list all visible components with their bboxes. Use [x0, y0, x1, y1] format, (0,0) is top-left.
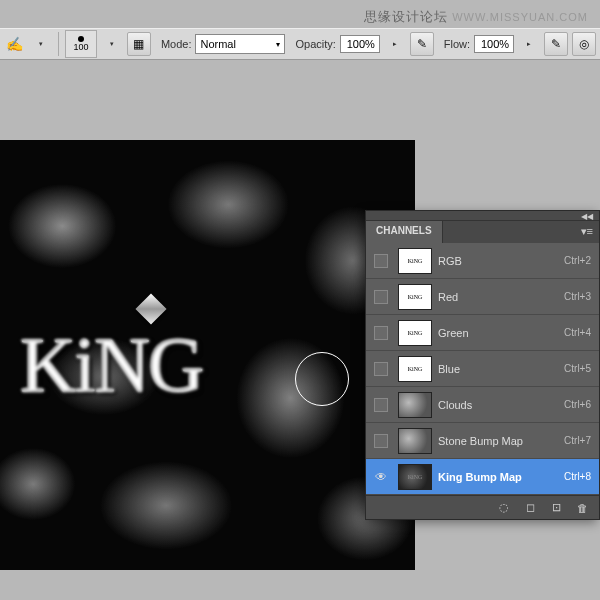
visibility-toggle[interactable] — [370, 434, 392, 448]
channel-shortcut: Ctrl+6 — [564, 399, 591, 410]
save-selection-icon[interactable]: ◻ — [523, 501, 537, 515]
airbrush-icon[interactable]: ✎ — [544, 32, 568, 56]
visibility-toggle[interactable] — [370, 362, 392, 376]
visibility-toggle[interactable] — [370, 398, 392, 412]
opacity-flyout[interactable]: ▸ — [384, 33, 406, 55]
channel-thumbnail: KiNG — [398, 392, 432, 418]
brush-size-value: 100 — [73, 42, 88, 52]
chevron-down-icon: ▾ — [276, 40, 280, 49]
channel-row[interactable]: KiNGStone Bump MapCtrl+7 — [366, 423, 599, 459]
channels-panel: ◀◀ CHANNELS ▾≡ KiNGRGBCtrl+2KiNGRedCtrl+… — [365, 210, 600, 520]
channel-name: Clouds — [438, 399, 564, 411]
eye-empty — [374, 362, 388, 376]
channel-name: RGB — [438, 255, 564, 267]
channel-shortcut: Ctrl+3 — [564, 291, 591, 302]
blend-mode-select[interactable]: Normal ▾ — [195, 34, 285, 54]
flow-input[interactable]: 100% — [474, 35, 514, 53]
panel-menu-icon[interactable]: ▾≡ — [575, 221, 599, 243]
channel-name: Stone Bump Map — [438, 435, 564, 447]
eye-empty — [374, 254, 388, 268]
tablet-opacity-icon[interactable]: ✎ — [410, 32, 434, 56]
king-text-layer: KiNG — [20, 320, 203, 410]
channel-name: Red — [438, 291, 564, 303]
brush-tool-icon[interactable]: ✍ — [4, 33, 26, 55]
channel-name: Blue — [438, 363, 564, 375]
channel-name: Green — [438, 327, 564, 339]
channel-shortcut: Ctrl+7 — [564, 435, 591, 446]
load-selection-icon[interactable]: ◌ — [497, 501, 511, 515]
panel-footer: ◌ ◻ ⊡ 🗑 — [366, 495, 599, 519]
channel-row[interactable]: KiNGGreenCtrl+4 — [366, 315, 599, 351]
delete-channel-icon[interactable]: 🗑 — [575, 501, 589, 515]
tab-channels[interactable]: CHANNELS — [366, 221, 443, 243]
separator — [58, 32, 59, 56]
collapse-icon[interactable]: ◀◀ — [581, 212, 593, 221]
channel-row[interactable]: 👁KiNGKing Bump MapCtrl+8 — [366, 459, 599, 495]
opacity-input[interactable]: 100% — [340, 35, 380, 53]
channel-list: KiNGRGBCtrl+2KiNGRedCtrl+3KiNGGreenCtrl+… — [366, 243, 599, 495]
channel-thumbnail: KiNG — [398, 248, 432, 274]
opacity-label: Opacity: — [295, 38, 335, 50]
blend-mode-value: Normal — [200, 38, 235, 50]
flow-label: Flow: — [444, 38, 470, 50]
eye-empty — [374, 326, 388, 340]
channel-shortcut: Ctrl+2 — [564, 255, 591, 266]
channel-row[interactable]: KiNGCloudsCtrl+6 — [366, 387, 599, 423]
channel-name: King Bump Map — [438, 471, 564, 483]
channel-row[interactable]: KiNGBlueCtrl+5 — [366, 351, 599, 387]
visibility-toggle[interactable] — [370, 290, 392, 304]
channel-thumbnail: KiNG — [398, 284, 432, 310]
options-bar: ✍ ▾ 100 ▾ ▦ Mode: Normal ▾ Opacity: 100%… — [0, 28, 600, 60]
new-channel-icon[interactable]: ⊡ — [549, 501, 563, 515]
flow-flyout[interactable]: ▸ — [518, 33, 540, 55]
brush-panel-toggle[interactable]: ▦ — [127, 32, 151, 56]
tool-preset-dropdown[interactable]: ▾ — [30, 33, 52, 55]
channel-shortcut: Ctrl+4 — [564, 327, 591, 338]
channel-thumbnail: KiNG — [398, 356, 432, 382]
channel-row[interactable]: KiNGRedCtrl+3 — [366, 279, 599, 315]
channel-row[interactable]: KiNGRGBCtrl+2 — [366, 243, 599, 279]
visibility-toggle[interactable] — [370, 326, 392, 340]
eye-empty — [374, 434, 388, 448]
watermark: 思缘设计论坛 WWW.MISSYUAN.COM — [364, 8, 588, 26]
panel-tab-bar: CHANNELS ▾≡ — [366, 221, 599, 243]
channel-thumbnail: KiNG — [398, 464, 432, 490]
brush-preset-picker[interactable]: 100 — [65, 30, 97, 58]
channel-shortcut: Ctrl+8 — [564, 471, 591, 482]
mode-label: Mode: — [161, 38, 192, 50]
tablet-size-icon[interactable]: ◎ — [572, 32, 596, 56]
channel-thumbnail: KiNG — [398, 428, 432, 454]
brush-cursor — [295, 352, 349, 406]
channel-thumbnail: KiNG — [398, 320, 432, 346]
brush-dropdown[interactable]: ▾ — [101, 33, 123, 55]
visibility-toggle[interactable]: 👁 — [370, 470, 392, 484]
document-canvas[interactable]: KiNG — [0, 140, 415, 570]
eye-empty — [374, 398, 388, 412]
visibility-toggle[interactable] — [370, 254, 392, 268]
eye-icon: 👁 — [375, 470, 387, 484]
channel-shortcut: Ctrl+5 — [564, 363, 591, 374]
eye-empty — [374, 290, 388, 304]
panel-drag-handle[interactable]: ◀◀ — [366, 211, 599, 221]
